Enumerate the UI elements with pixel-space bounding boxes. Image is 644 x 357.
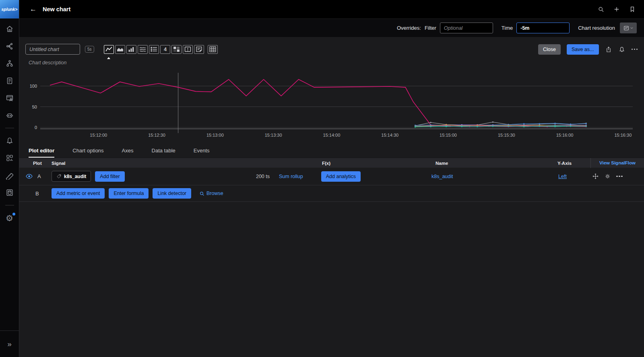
double-chevron-right-icon: » xyxy=(7,340,12,349)
column-chart-icon xyxy=(128,46,135,52)
browse-label: Browse xyxy=(206,191,223,196)
chart-type-line[interactable] xyxy=(104,45,114,54)
plot-row-b: B Add metric or event Enter formula Link… xyxy=(19,185,644,202)
sidebar-item-settings[interactable]: ⚙ xyxy=(5,213,14,223)
alert-bell-icon[interactable] xyxy=(618,46,625,53)
add-metric-or-event-button[interactable]: Add metric or event xyxy=(52,188,105,199)
plus-icon[interactable] xyxy=(613,6,620,13)
svg-text:15:13:00: 15:13:00 xyxy=(206,133,224,137)
topbar: ← New chart xyxy=(19,0,644,18)
sidebar-item-metrics[interactable] xyxy=(5,153,14,163)
chart-type-single-value[interactable]: 4 xyxy=(160,45,170,54)
more-options-icon[interactable] xyxy=(632,49,638,50)
tab-plot-editor[interactable]: Plot editor xyxy=(29,144,54,158)
chart-type-list[interactable] xyxy=(149,45,159,54)
sidebar-item-data-management[interactable] xyxy=(5,188,14,197)
timeseries-chart[interactable]: 05010015:12:0015:12:3015:13:0015:13:3015… xyxy=(24,71,640,140)
tab-events[interactable]: Events xyxy=(194,144,210,158)
sidebar-item-apm-troubleshooting[interactable] xyxy=(5,170,14,180)
svg-text:50: 50 xyxy=(32,105,37,109)
enter-formula-button[interactable]: Enter formula xyxy=(109,188,149,199)
add-filter-button[interactable]: Add filter xyxy=(95,171,124,182)
chart-type-heatmap[interactable] xyxy=(171,45,182,54)
chart-description-input[interactable] xyxy=(29,60,165,66)
overrides-bar: Overrides: Filter Time Chart resolution xyxy=(19,18,644,37)
app-root: splunk> xyxy=(0,0,644,357)
overrides-label: Overrides: xyxy=(397,25,421,31)
svg-text:15:14:30: 15:14:30 xyxy=(381,133,398,137)
plot-row-a-id: A xyxy=(19,172,52,180)
plot-name-link[interactable]: k8s_audit xyxy=(431,174,453,179)
metrics-tiles-icon xyxy=(5,154,14,162)
new-plot-buttons: Add metric or event Enter formula Link d… xyxy=(52,188,223,199)
chart-type-area[interactable] xyxy=(115,45,125,54)
svg-text:15:12:30: 15:12:30 xyxy=(148,133,165,137)
row-more-options-icon[interactable] xyxy=(616,176,623,177)
sidebar-item-home[interactable] xyxy=(5,24,14,34)
chart-builder-content: 5s xyxy=(19,37,644,357)
add-analytics-button[interactable]: Add analytics xyxy=(321,171,361,182)
share-icon[interactable] xyxy=(605,46,612,53)
svg-text:100: 100 xyxy=(30,84,37,88)
chart-type-event-feed[interactable] xyxy=(183,45,193,54)
settings-notification-dot xyxy=(12,213,15,215)
chart-type-text[interactable] xyxy=(194,45,204,54)
sidebar-item-dashboards[interactable] xyxy=(5,93,14,103)
sidebar-item-automation[interactable] xyxy=(5,111,14,120)
close-button[interactable]: Close xyxy=(538,44,561,55)
sidebar-nav: ⚙ xyxy=(0,18,19,330)
tag-icon xyxy=(56,174,62,179)
svg-text:15:14:00: 15:14:00 xyxy=(323,133,341,137)
page-title: New chart xyxy=(43,6,70,12)
time-override-input[interactable] xyxy=(516,23,570,33)
sidebar-item-log-observer[interactable] xyxy=(5,76,14,86)
view-signalflow-link[interactable]: View SignalFlow xyxy=(590,158,644,168)
sidebar-item-detectors[interactable] xyxy=(5,136,14,146)
plot-table-header: Plot Signal F(x) Name Y-Axis View Signal… xyxy=(19,158,644,168)
sidebar-expand-button[interactable]: » xyxy=(0,330,19,357)
header-name: Name xyxy=(410,161,518,166)
log-observer-icon xyxy=(5,76,14,85)
table-icon xyxy=(209,46,216,52)
chart-type-histogram[interactable] xyxy=(138,45,148,54)
infrastructure-icon xyxy=(5,59,14,68)
visibility-eye-icon[interactable] xyxy=(25,172,33,180)
move-handle-icon[interactable] xyxy=(592,173,599,180)
home-icon xyxy=(5,25,14,33)
chart-type-column[interactable] xyxy=(126,45,136,54)
yaxis-left-link[interactable]: Left xyxy=(558,174,567,179)
bookmark-icon[interactable] xyxy=(629,6,636,13)
tab-data-table[interactable]: Data table xyxy=(152,144,175,158)
search-icon[interactable] xyxy=(597,6,605,13)
back-button[interactable]: ← xyxy=(30,5,37,13)
sidebar-item-apm[interactable] xyxy=(5,41,14,51)
filter-override-input[interactable] xyxy=(440,23,493,33)
sidebar-item-infrastructure[interactable] xyxy=(5,59,14,68)
save-as-button[interactable]: Save as... xyxy=(567,44,599,55)
rollup-link[interactable]: Sum rollup xyxy=(279,174,303,179)
chart-resolution-button[interactable] xyxy=(620,23,637,33)
link-detector-button[interactable]: Link detector xyxy=(153,188,191,199)
refresh-rate-badge: 5s xyxy=(85,46,94,53)
svg-text:15:16:00: 15:16:00 xyxy=(556,133,574,137)
chart-title-input[interactable] xyxy=(25,44,80,55)
svg-text:15:13:30: 15:13:30 xyxy=(265,133,282,137)
service-map-icon xyxy=(5,42,14,51)
svg-text:15:16:30: 15:16:30 xyxy=(614,133,632,137)
plot-display-settings-icon[interactable] xyxy=(604,173,611,180)
tab-axes[interactable]: Axes xyxy=(122,144,134,158)
fx-cell: Sum rollup Add analytics xyxy=(277,171,410,182)
browse-link[interactable]: Browse xyxy=(199,191,223,196)
header-signal: Signal xyxy=(52,161,277,166)
name-cell: k8s_audit xyxy=(410,174,518,179)
plot-table: Plot Signal F(x) Name Y-Axis View Signal… xyxy=(19,158,644,202)
signal-chip[interactable]: k8s_audit xyxy=(52,171,91,182)
event-feed-icon xyxy=(184,46,191,52)
browse-search-icon xyxy=(199,191,204,196)
splunk-logo[interactable]: splunk> xyxy=(0,0,19,18)
area-chart-icon xyxy=(117,46,124,52)
signal-chip-label: k8s_audit xyxy=(64,174,86,179)
chart-header-actions: Close Save as... xyxy=(538,44,638,55)
tab-chart-options[interactable]: Chart options xyxy=(72,144,103,158)
chart-type-table[interactable] xyxy=(208,45,218,54)
